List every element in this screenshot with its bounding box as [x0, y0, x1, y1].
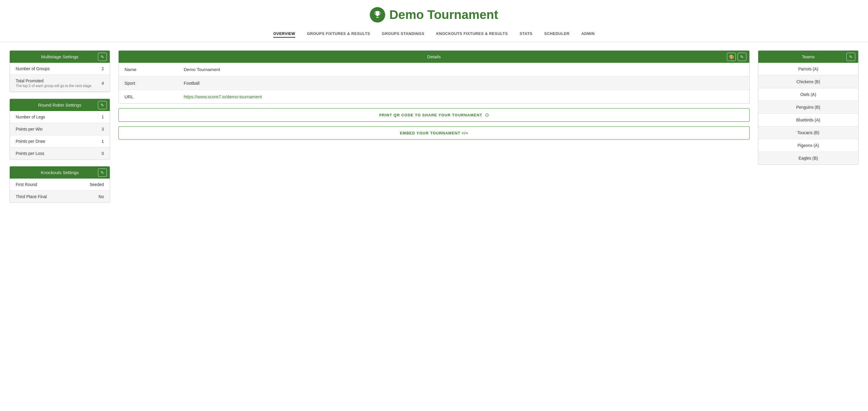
total-promoted-left: Total Promoted The top 2 of each group w… — [16, 79, 91, 88]
number-of-groups-value: 2 — [101, 66, 104, 71]
list-item: Owls (A) — [758, 88, 858, 101]
nav-scheduler[interactable]: SCHEDULER — [544, 31, 569, 38]
details-name-label: Name — [119, 63, 178, 76]
list-item: Penguins (B) — [758, 101, 858, 114]
details-sport-row: Sport Football — [119, 77, 749, 90]
nav-knockouts-fixtures[interactable]: KNOCKOUTS FIXTURES & RESULTS — [436, 31, 508, 38]
main-content: Multistage Settings ✎ Number of Groups 2… — [0, 42, 868, 211]
details-table: Name Demo Tournament Sport Football URL … — [119, 63, 749, 104]
teams-edit-button[interactable]: ✎ — [846, 53, 855, 61]
details-url-row: URL https://www.score7.io/demo-tournamen… — [119, 90, 749, 104]
points-per-loss-row: Points per Loss 0 — [10, 147, 110, 159]
teams-list: Parrots (A) Chickens (B) Owls (A) Pengui… — [758, 63, 858, 164]
details-title: Details — [123, 54, 745, 59]
number-of-groups-row: Number of Groups 2 — [10, 63, 110, 75]
first-round-label: First Round — [16, 182, 37, 187]
details-edit-button[interactable]: ✎ — [738, 53, 746, 61]
points-per-draw-value: 1 — [101, 139, 104, 144]
teams-title: Teams — [763, 54, 854, 59]
round-robin-settings-header: Round Robin Settings ✎ — [10, 99, 110, 111]
print-qr-button[interactable]: PRINT QR CODE TO SHARE YOUR TOURNAMENT ⬡ — [118, 108, 750, 122]
header: Demo Tournament — [0, 0, 868, 27]
right-column: Teams ✎ Parrots (A) Chickens (B) Owls (A… — [758, 50, 859, 165]
round-robin-settings-card: Round Robin Settings ✎ Number of Legs 1 … — [9, 98, 110, 159]
list-item: Pigeons (A) — [758, 139, 858, 152]
first-round-value: Seeded — [90, 182, 104, 187]
multistage-settings-title: Multistage Settings — [14, 54, 105, 59]
details-action-buttons: 🎨 ✎ — [727, 53, 746, 61]
middle-column: Details 🎨 ✎ Name Demo Tournament Sport F… — [118, 50, 750, 140]
list-item: Toucans (B) — [758, 126, 858, 139]
list-item: Bluebirds (A) — [758, 114, 858, 126]
number-of-legs-row: Number of Legs 1 — [10, 111, 110, 123]
round-robin-edit-button[interactable]: ✎ — [98, 101, 107, 109]
trophy-icon — [370, 7, 385, 23]
total-promoted-value: 4 — [101, 81, 104, 86]
third-place-final-label: Third Place Final — [16, 194, 47, 199]
teams-card: Teams ✎ Parrots (A) Chickens (B) Owls (A… — [758, 50, 859, 165]
nav-groups-fixtures[interactable]: GROUPS FIXTURES & RESULTS — [307, 31, 370, 38]
knockouts-settings-card: Knockouts Settings ✎ First Round Seeded … — [9, 166, 110, 203]
total-promoted-label: Total Promoted — [16, 79, 91, 83]
points-per-loss-value: 0 — [101, 151, 104, 156]
embed-tournament-label: EMBED YOUR TOURNAMENT </> — [400, 131, 468, 135]
list-item: Chickens (B) — [758, 76, 858, 88]
multistage-edit-button[interactable]: ✎ — [98, 53, 107, 61]
number-of-groups-label: Number of Groups — [16, 66, 50, 71]
number-of-legs-label: Number of Legs — [16, 115, 45, 119]
details-sport-value: Football — [178, 77, 749, 90]
details-palette-button[interactable]: 🎨 — [727, 53, 736, 61]
multistage-settings-card: Multistage Settings ✎ Number of Groups 2… — [9, 50, 110, 92]
details-name-row: Name Demo Tournament — [119, 63, 749, 77]
teams-header: Teams ✎ — [758, 51, 858, 63]
first-round-row: First Round Seeded — [10, 179, 110, 191]
details-sport-label: Sport — [119, 77, 178, 90]
round-robin-settings-title: Round Robin Settings — [14, 102, 105, 108]
third-place-final-row: Third Place Final No — [10, 191, 110, 203]
nav-stats[interactable]: STATS — [520, 31, 532, 38]
nav-groups-standings[interactable]: GROUPS STANDINGS — [382, 31, 425, 38]
details-url-value[interactable]: https://www.score7.io/demo-tournament — [178, 90, 749, 104]
total-promoted-sub: The top 2 of each group will go to the n… — [16, 84, 91, 88]
left-column: Multistage Settings ✎ Number of Groups 2… — [9, 50, 110, 203]
list-item: Parrots (A) — [758, 63, 858, 76]
page-title: Demo Tournament — [389, 8, 498, 22]
knockouts-settings-header: Knockouts Settings ✎ — [10, 167, 110, 179]
details-card: Details 🎨 ✎ Name Demo Tournament Sport F… — [118, 50, 750, 104]
points-per-draw-row: Points per Draw 1 — [10, 135, 110, 147]
embed-tournament-button[interactable]: EMBED YOUR TOURNAMENT </> — [118, 126, 750, 140]
print-qr-label: PRINT QR CODE TO SHARE YOUR TOURNAMENT — [379, 113, 483, 117]
list-item: Eagles (B) — [758, 152, 858, 164]
points-per-win-row: Points per Win 3 — [10, 123, 110, 135]
main-nav: OVERVIEW GROUPS FIXTURES & RESULTS GROUP… — [0, 27, 868, 42]
points-per-win-label: Points per Win — [16, 127, 42, 131]
points-per-draw-label: Points per Draw — [16, 139, 45, 144]
multistage-settings-header: Multistage Settings ✎ — [10, 51, 110, 63]
nav-overview[interactable]: OVERVIEW — [273, 31, 295, 38]
total-promoted-row: Total Promoted The top 2 of each group w… — [10, 75, 110, 92]
details-url-label: URL — [119, 90, 178, 104]
knockouts-edit-button[interactable]: ✎ — [98, 169, 107, 177]
points-per-loss-label: Points per Loss — [16, 151, 44, 156]
details-header: Details 🎨 ✎ — [119, 51, 749, 63]
number-of-legs-value: 1 — [101, 115, 104, 119]
third-place-final-value: No — [98, 194, 104, 199]
details-name-value: Demo Tournament — [178, 63, 749, 76]
points-per-win-value: 3 — [101, 127, 104, 131]
nav-admin[interactable]: ADMIN — [581, 31, 595, 38]
share-icon: ⬡ — [485, 113, 489, 117]
knockouts-settings-title: Knockouts Settings — [14, 170, 105, 175]
